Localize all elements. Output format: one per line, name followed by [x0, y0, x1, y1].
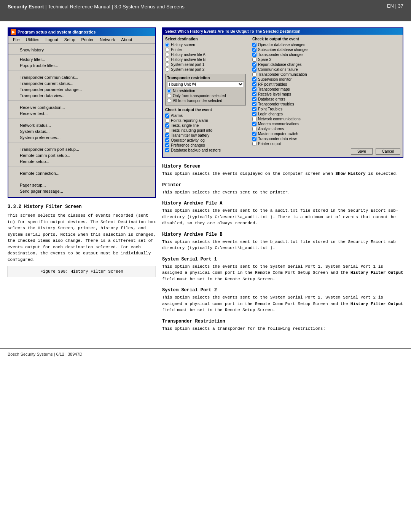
event-supervision-monitor[interactable]: Supervision monitor: [252, 77, 400, 81]
menu-file[interactable]: File: [10, 37, 23, 43]
event-transponder-comm[interactable]: Transponder Communication: [252, 72, 400, 77]
dest-archive-b[interactable]: History archive file B: [165, 58, 246, 62]
event-network-comm[interactable]: Network communications: [252, 117, 400, 121]
menu-remote-setup[interactable]: Remote setup...: [8, 158, 155, 165]
header-title: Security Escort | Technical Reference Ma…: [8, 3, 185, 11]
menu-system-preferences[interactable]: System preferences...: [8, 134, 155, 141]
footer-text: Bosch Security Systems | 6/12 | 38947D: [8, 352, 82, 356]
history-dialog-title: Select Which History Events Are To Be Ou…: [165, 29, 300, 34]
event-database-backup[interactable]: Database backup and restore: [165, 148, 246, 152]
menu-section-3: Transponder communications... Transponde…: [8, 70, 155, 101]
menu-transponder-current-status[interactable]: Transponder current status...: [8, 80, 155, 86]
event-analyze-alarms[interactable]: Analyze alarms: [252, 127, 400, 131]
select-destination-label: Select destination: [165, 37, 246, 41]
menu-show-history[interactable]: Show history: [8, 47, 155, 53]
event-alarms[interactable]: Alarms: [165, 113, 246, 118]
serial2-heading: System Serial Port 2: [162, 288, 403, 293]
event-tests-point-info[interactable]: Tests including point info: [165, 128, 246, 133]
dest-history-screen[interactable]: History screen: [165, 43, 246, 47]
menu-send-pager-message[interactable]: Send pager message...: [8, 188, 155, 194]
event-preference-changes[interactable]: Preference changes: [165, 143, 246, 147]
history-screen-heading: History Screen: [162, 164, 403, 169]
left-column: ▶ Program setup and system diagnostics F…: [8, 27, 156, 335]
menu-transponder-data-view[interactable]: Transponder data view...: [8, 93, 155, 99]
menu-remote-connection[interactable]: Remote connection...: [8, 170, 155, 176]
menu-section-2: History filter... Popup trouble filter..…: [8, 55, 155, 70]
restriction-only-from[interactable]: Only from transponder selected: [167, 94, 244, 98]
menu-setup[interactable]: Setup: [61, 37, 78, 43]
menu-history-filter[interactable]: History filter...: [8, 56, 155, 62]
menu-popup-trouble-filter[interactable]: Popup trouble filter...: [8, 62, 155, 69]
dialog-icon: ▶: [11, 29, 16, 35]
menu-remote-comm-port-setup[interactable]: Remote comm port setup...: [8, 152, 155, 158]
event-receive-level-maps[interactable]: Receive level maps: [252, 92, 400, 96]
restriction-all-from[interactable]: All from transponder selected: [167, 99, 244, 103]
archive-a-heading: History Archive File A: [162, 201, 403, 206]
menu-system-status[interactable]: System status...: [8, 128, 155, 134]
dialog-title: Program setup and system diagnostics: [18, 30, 96, 34]
event-tests-single[interactable]: Tests, single line: [165, 123, 246, 128]
archive-a-body: This option selects the events sent to t…: [162, 208, 403, 227]
dest-archive-a[interactable]: History archive file A: [165, 53, 246, 57]
menu-utilities[interactable]: Utilities: [23, 37, 42, 43]
event-transponder-troubles[interactable]: Transponder troubles: [252, 102, 400, 106]
event-operator-activity[interactable]: Operator activity log: [165, 138, 246, 142]
menu-pager-setup[interactable]: Pager setup...: [8, 182, 155, 188]
menu-section-6: Transponder comm port setup... Remote co…: [8, 142, 155, 166]
history-screen-body: This option selects the events displayed…: [162, 171, 403, 177]
event-printer-output[interactable]: Printer output: [252, 142, 400, 146]
menu-network-status[interactable]: Network status...: [8, 122, 155, 128]
menu-section-1: Show history: [8, 45, 155, 55]
event-transponder-maps[interactable]: Transponder maps: [252, 87, 400, 91]
menu-printer[interactable]: Printer: [78, 37, 97, 43]
serial1-heading: System Serial Port 1: [162, 257, 403, 262]
cancel-button[interactable]: Cancel: [376, 148, 400, 155]
dialog-menu-bar: File Utilities Logout Setup Printer Netw…: [8, 36, 155, 44]
event-report-db[interactable]: Report database changes: [252, 62, 400, 67]
event-spare2[interactable]: Spare 2: [252, 58, 400, 62]
dest-printer[interactable]: Printer: [165, 48, 246, 52]
history-dialog-body: Select destination History screen Printe…: [163, 35, 403, 157]
serial2-body: This option selects the events sent to t…: [162, 294, 403, 313]
event-login-changes[interactable]: Login changes: [252, 112, 400, 116]
menu-about[interactable]: About: [118, 37, 135, 43]
event-modem-comm[interactable]: Modem communications: [252, 122, 400, 126]
menu-network[interactable]: Network: [97, 37, 118, 43]
menu-transponder-parameter-change[interactable]: Transponder parameter change...: [8, 86, 155, 93]
event-transponder-data-view[interactable]: Transponder data view: [252, 137, 400, 141]
right-column: Select Which History Events Are To Be Ou…: [162, 27, 403, 335]
event-transponder-data-changes[interactable]: Transponder data changes: [252, 53, 400, 57]
restriction-none[interactable]: No restriction: [167, 89, 244, 93]
menu-section-8: Pager setup... Send pager message...: [8, 178, 155, 196]
figure-caption: Figure 399: History Filter Screen: [8, 266, 156, 277]
event-point-troubles[interactable]: Point Troubles: [252, 107, 400, 111]
hf-bold1: Select Destination: [100, 220, 146, 224]
event-rf-point-troubles[interactable]: RF point troubles: [252, 82, 400, 86]
event-master-computer[interactable]: Master computer switch: [252, 132, 400, 136]
transponder-restriction-box: Transponder restriction Housing Unit #4 …: [165, 74, 246, 105]
header-subtitle: | Technical Reference Manual | 3.0 Syste…: [44, 4, 184, 10]
dest-serial1[interactable]: System serial port 1: [165, 62, 246, 67]
hd-right-panel: Check to output the event Operator datab…: [249, 37, 400, 155]
event-subscriber-db[interactable]: Subscriber database changes: [252, 48, 400, 52]
archive-b-heading: History Archive File B: [162, 232, 403, 237]
page-footer: Bosch Security Systems | 6/12 | 38947D: [0, 348, 411, 359]
hf-body2: box selects the History Screen, printer,…: [8, 220, 156, 262]
menu-receiver-test[interactable]: Receiver test...: [8, 110, 155, 117]
menu-logout[interactable]: Logout: [42, 37, 61, 43]
event-operator-db[interactable]: Operator database changes: [252, 43, 400, 47]
menu-receiver-configuration[interactable]: Receiver configuration...: [8, 104, 155, 110]
housing-unit-select[interactable]: Housing Unit #4: [167, 81, 244, 87]
event-transmitter-low-battery[interactable]: Transmitter low battery: [165, 133, 246, 137]
save-button[interactable]: Save: [351, 148, 373, 155]
event-database-errors[interactable]: Database errors: [252, 97, 400, 101]
program-setup-dialog: ▶ Program setup and system diagnostics F…: [8, 27, 156, 198]
destination-radio-group: History screen Printer History archive f…: [165, 43, 246, 72]
main-content: ▶ Program setup and system diagnostics F…: [0, 21, 411, 341]
serial1-body: This option selects the events sent to t…: [162, 264, 403, 283]
event-points-reporting[interactable]: Points reporting alarm: [165, 118, 246, 123]
menu-transponder-comm-port-setup[interactable]: Transponder comm port setup...: [8, 146, 155, 152]
event-comm-failure[interactable]: Communications failure: [252, 67, 400, 72]
menu-transponder-communications[interactable]: Transponder communications...: [8, 74, 155, 80]
dest-serial2[interactable]: System serial port 2: [165, 67, 246, 72]
